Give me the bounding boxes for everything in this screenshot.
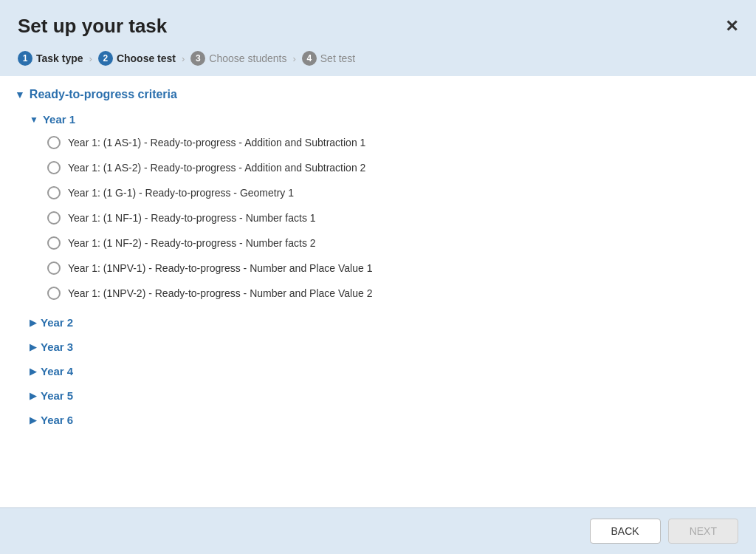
modal-header: Set up your task ✕	[0, 0, 756, 45]
section-label: Ready-to-progress criteria	[30, 88, 177, 101]
step-1-label: Task type	[36, 52, 83, 64]
step-1[interactable]: 1 Task type	[18, 51, 83, 66]
year-chevron-right-icon: ▶	[30, 318, 36, 328]
test-item[interactable]: Year 1: (1NPV-1) - Ready-to-progress - N…	[47, 256, 741, 281]
year1-group: ▼ Year 1 Year 1: (1 AS-1) - Ready-to-pro…	[15, 109, 741, 306]
step-4-num: 4	[302, 51, 317, 66]
modal: Set up your task ✕ 1 Task type › 2 Choos…	[0, 0, 756, 554]
test-item-label: Year 1: (1 NF-2) - Ready-to-progress - N…	[68, 237, 316, 249]
steps-bar: 1 Task type › 2 Choose test › 3 Choose s…	[0, 45, 756, 76]
test-item-label: Year 1: (1 NF-1) - Ready-to-progress - N…	[68, 212, 316, 224]
year2-header[interactable]: ▶ Year 2	[15, 310, 741, 335]
test-item[interactable]: Year 1: (1 NF-1) - Ready-to-progress - N…	[47, 205, 741, 230]
step-2[interactable]: 2 Choose test	[98, 51, 176, 66]
test-item[interactable]: Year 1: (1 AS-2) - Ready-to-progress - A…	[47, 155, 741, 180]
year-chevron-right-icon: ▶	[30, 391, 36, 401]
year1-header[interactable]: ▼ Year 1	[15, 109, 741, 130]
section-chevron-icon: ▼	[15, 89, 25, 100]
step-1-num: 1	[18, 51, 32, 66]
next-button[interactable]: NEXT	[668, 519, 738, 544]
year1-chevron-icon: ▼	[30, 114, 38, 125]
step-2-label: Choose test	[117, 52, 176, 64]
radio-icon	[47, 287, 61, 300]
test-item[interactable]: Year 1: (1 NF-2) - Ready-to-progress - N…	[47, 230, 741, 256]
test-item[interactable]: Year 1: (1 G-1) - Ready-to-progress - Ge…	[47, 180, 741, 205]
radio-icon	[47, 211, 61, 225]
radio-icon	[47, 186, 61, 199]
step-3-label: Choose students	[209, 52, 286, 64]
step-sep-2: ›	[182, 53, 185, 64]
year-label: Year 2	[41, 316, 73, 329]
test-item-label: Year 1: (1 AS-1) - Ready-to-progress - A…	[68, 137, 365, 148]
test-item-label: Year 1: (1 G-1) - Ready-to-progress - Ge…	[68, 187, 294, 199]
year-chevron-right-icon: ▶	[30, 366, 36, 377]
radio-icon	[47, 261, 61, 275]
year1-items: Year 1: (1 AS-1) - Ready-to-progress - A…	[15, 130, 741, 306]
test-item-label: Year 1: (1NPV-2) - Ready-to-progress - N…	[68, 287, 372, 299]
year4-header[interactable]: ▶ Year 4	[15, 359, 741, 383]
year6-header[interactable]: ▶ Year 6	[15, 408, 741, 432]
modal-body: ▼ Ready-to-progress criteria ▼ Year 1 Ye…	[0, 76, 756, 507]
year-chevron-right-icon: ▶	[30, 415, 36, 425]
step-3-num: 3	[190, 51, 205, 66]
year-chevron-right-icon: ▶	[30, 342, 36, 352]
year-label: Year 4	[41, 365, 73, 377]
radio-icon	[47, 236, 61, 250]
test-item-label: Year 1: (1 AS-2) - Ready-to-progress - A…	[68, 162, 365, 174]
radio-icon	[47, 161, 61, 174]
year-label: Year 5	[41, 389, 73, 402]
back-button[interactable]: BACK	[590, 519, 661, 544]
test-item[interactable]: Year 1: (1 AS-1) - Ready-to-progress - A…	[47, 130, 741, 155]
year3-header[interactable]: ▶ Year 3	[15, 335, 741, 359]
year-label: Year 3	[41, 341, 73, 353]
radio-icon	[47, 136, 61, 149]
collapsed-years: ▶ Year 2 ▶ Year 3 ▶ Year 4 ▶ Year 5 ▶ Ye…	[15, 310, 741, 432]
year5-header[interactable]: ▶ Year 5	[15, 383, 741, 408]
modal-footer: BACK NEXT	[0, 507, 756, 554]
step-sep-3: ›	[292, 53, 295, 64]
step-sep-1: ›	[89, 53, 92, 64]
test-item[interactable]: Year 1: (1NPV-2) - Ready-to-progress - N…	[47, 281, 741, 306]
modal-title: Set up your task	[18, 15, 167, 38]
year-label: Year 6	[41, 414, 73, 426]
step-2-num: 2	[98, 51, 113, 66]
step-4-label: Set test	[320, 52, 355, 64]
test-item-label: Year 1: (1NPV-1) - Ready-to-progress - N…	[68, 262, 372, 274]
section-header[interactable]: ▼ Ready-to-progress criteria	[15, 88, 741, 101]
close-button[interactable]: ✕	[725, 18, 738, 35]
step-4[interactable]: 4 Set test	[302, 51, 355, 66]
year1-label: Year 1	[43, 113, 75, 126]
step-3[interactable]: 3 Choose students	[190, 51, 286, 66]
